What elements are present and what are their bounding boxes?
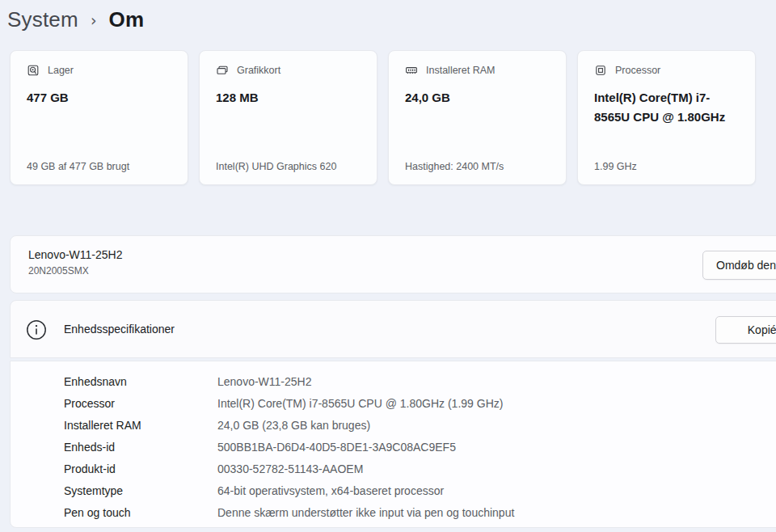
card-ram-header: Installeret RAM <box>405 64 550 77</box>
card-graphics: Grafikkort 128 MB Intel(R) UHD Graphics … <box>199 50 377 185</box>
card-storage-footer: 49 GB af 477 GB brugt <box>27 161 179 172</box>
card-processor: Processor Intel(R) Core(TM) i7-8565U CPU… <box>577 50 756 185</box>
card-storage-value: 477 GB <box>27 88 171 108</box>
chevron-right-icon: › <box>91 11 97 29</box>
card-ram-footer: Hastighed: 2400 MT/s <box>405 161 558 172</box>
copy-button[interactable]: Kopiér <box>715 316 776 344</box>
spec-label: Installeret RAM <box>64 419 217 432</box>
info-icon <box>26 319 47 344</box>
rename-pc-button[interactable]: Omdøb denne pc <box>702 251 776 280</box>
spec-label: Processor <box>64 397 217 410</box>
spec-label: Pen og touch <box>64 506 217 519</box>
card-graphics-label: Grafikkort <box>237 65 280 76</box>
spec-row-processor: Processor Intel(R) Core(TM) i7-8565U CPU… <box>64 392 776 414</box>
gpu-icon <box>216 64 229 77</box>
spec-label: Enheds-id <box>64 441 217 454</box>
card-graphics-footer: Intel(R) UHD Graphics 620 <box>216 161 369 172</box>
settings-about-page: System › Om Lager 477 GB 49 GB af 477 GB… <box>0 0 776 532</box>
card-processor-footer: 1.99 GHz <box>594 161 747 172</box>
device-model: 20N2005SMX <box>28 265 89 277</box>
device-name: Lenovo-W11-25H2 <box>28 248 122 261</box>
storage-icon <box>27 64 40 77</box>
cpu-icon <box>594 64 607 77</box>
page-title: Om <box>109 7 145 32</box>
spec-row-device-id: Enheds-id 500BB1BA-D6D4-40D5-8DE1-3A9C08… <box>64 436 776 458</box>
device-name-panel: Lenovo-W11-25H2 20N2005SMX Omdøb denne p… <box>10 235 776 293</box>
card-storage: Lager 477 GB 49 GB af 477 GB brugt <box>10 50 188 185</box>
device-specs-title: Enhedsspecifikationer <box>64 323 175 336</box>
card-storage-label: Lager <box>48 65 74 76</box>
spec-value: 500BB1BA-D6D4-40D5-8DE1-3A9C08AC9EF5 <box>217 441 456 454</box>
spec-row-ram: Installeret RAM 24,0 GB (23,8 GB kan bru… <box>64 414 776 436</box>
spec-value: Lenovo-W11-25H2 <box>217 375 311 388</box>
card-graphics-header: Grafikkort <box>216 64 361 77</box>
card-processor-header: Processor <box>594 64 739 77</box>
card-processor-label: Processor <box>615 65 660 76</box>
spec-row-product-id: Produkt-id 00330-52782-51143-AAOEM <box>64 458 776 479</box>
device-specs-content: Enhedsnavn Lenovo-W11-25H2 Processor Int… <box>10 361 776 528</box>
card-ram-value: 24,0 GB <box>405 88 550 108</box>
ram-icon <box>405 64 418 77</box>
spec-value: 00330-52782-51143-AAOEM <box>217 462 363 475</box>
spec-value: 24,0 GB (23,8 GB kan bruges) <box>217 419 370 432</box>
breadcrumb: System › Om <box>7 2 144 37</box>
breadcrumb-system-link[interactable]: System <box>7 7 78 32</box>
spec-label: Produkt-id <box>64 462 217 475</box>
spec-label: Enhedsnavn <box>64 375 217 388</box>
spec-table: Enhedsnavn Lenovo-W11-25H2 Processor Int… <box>11 361 776 523</box>
spec-value: Intel(R) Core(TM) i7-8565U CPU @ 1.80GHz… <box>217 397 503 410</box>
card-graphics-value: 128 MB <box>216 88 361 108</box>
spec-value: Denne skærm understøtter ikke input via … <box>217 506 514 519</box>
summary-cards: Lager 477 GB 49 GB af 477 GB brugt Grafi… <box>10 50 756 185</box>
card-processor-value: Intel(R) Core(TM) i7-8565U CPU @ 1.80GHz <box>594 88 739 127</box>
spec-label: Systemtype <box>64 484 217 497</box>
card-storage-header: Lager <box>27 64 171 77</box>
card-ram-label: Installeret RAM <box>426 65 495 76</box>
device-specs-expander[interactable]: Enhedsspecifikationer Kopiér <box>10 300 776 358</box>
spec-value: 64-bit operativsystem, x64-baseret proce… <box>217 484 444 497</box>
card-ram: Installeret RAM 24,0 GB Hastighed: 2400 … <box>388 50 567 185</box>
spec-row-device-name: Enhedsnavn Lenovo-W11-25H2 <box>64 370 776 392</box>
spec-row-system-type: Systemtype 64-bit operativsystem, x64-ba… <box>64 479 776 501</box>
spec-row-pen-touch: Pen og touch Denne skærm understøtter ik… <box>64 501 776 523</box>
